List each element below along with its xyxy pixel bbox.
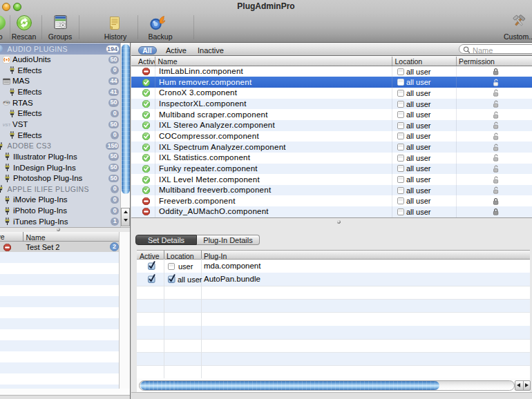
svg-text:VST: VST: [3, 121, 10, 126]
svg-text:RTAS: RTAS: [3, 102, 10, 105]
